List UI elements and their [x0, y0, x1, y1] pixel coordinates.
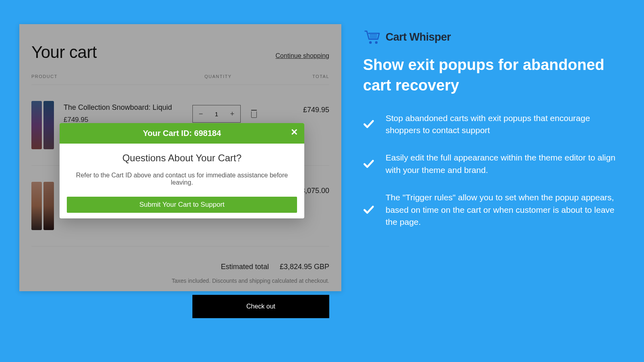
- svg-point-0: [369, 41, 372, 43]
- estimated-total-value: £3,824.95 GBP: [280, 263, 329, 271]
- popup-cart-id: Your Cart ID: 698184: [143, 129, 221, 138]
- col-header-total: TOTAL: [265, 74, 329, 79]
- product-thumbnail: [31, 101, 54, 149]
- feature-text: Stop abandoned carts with exit popups th…: [386, 112, 625, 137]
- line-total: £749.95: [277, 101, 329, 114]
- close-icon[interactable]: ✕: [291, 127, 298, 138]
- product-price: £749.95: [64, 116, 192, 124]
- col-header-quantity: QUANTITY: [192, 74, 265, 79]
- trash-icon[interactable]: [250, 110, 258, 118]
- qty-decrease-button[interactable]: −: [193, 105, 209, 122]
- cart-title: Your cart: [31, 43, 97, 62]
- headline: Show exit popups for abandoned cart reco…: [363, 55, 625, 96]
- product-name: The Collection Snowboard: Liquid: [64, 103, 192, 112]
- col-header-product: PRODUCT: [31, 74, 192, 79]
- qty-increase-button[interactable]: +: [224, 105, 240, 122]
- feature-item: Stop abandoned carts with exit popups th…: [363, 112, 625, 137]
- product-thumbnail: [31, 182, 54, 230]
- svg-point-1: [375, 41, 378, 43]
- qty-value: 1: [209, 111, 224, 117]
- cart-screenshot: Your cart Continue shopping PRODUCT QUAN…: [19, 24, 341, 291]
- check-icon: [363, 119, 374, 130]
- check-icon: [363, 204, 374, 216]
- submit-cart-button[interactable]: Submit Your Cart to Support: [67, 197, 297, 213]
- cart-icon: [363, 29, 381, 45]
- feature-text: Easily edit the full appearance within t…: [386, 152, 625, 176]
- exit-popup: Your Cart ID: 698184 ✕ Questions About Y…: [60, 123, 304, 218]
- brand-name: Cart Whisper: [386, 31, 451, 43]
- feature-text: The "Trigger rules" allow you to set whe…: [386, 191, 625, 228]
- feature-item: The "Trigger rules" allow you to set whe…: [363, 191, 625, 228]
- tax-note: Taxes included. Discounts and shipping c…: [31, 277, 329, 285]
- check-icon: [363, 158, 374, 170]
- marketing-panel: Cart Whisper Show exit popups for abando…: [363, 24, 625, 338]
- checkout-button[interactable]: Check out: [192, 295, 329, 318]
- estimated-total-label: Estimated total: [221, 263, 269, 271]
- feature-item: Easily edit the full appearance within t…: [363, 152, 625, 176]
- popup-subtitle: Refer to the Cart ID above and contact u…: [67, 172, 297, 186]
- popup-question: Questions About Your Cart?: [67, 152, 297, 164]
- quantity-stepper[interactable]: − 1 +: [192, 105, 241, 123]
- brand-logo: Cart Whisper: [363, 29, 625, 45]
- continue-shopping-link[interactable]: Continue shopping: [276, 52, 329, 60]
